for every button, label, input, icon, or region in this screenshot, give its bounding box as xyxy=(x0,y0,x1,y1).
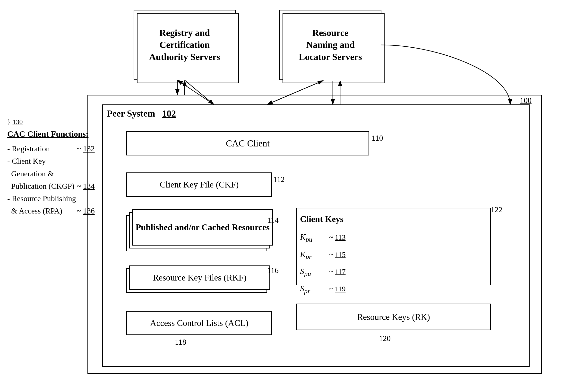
published-inner: Published and/or Cached Resources xyxy=(132,209,273,246)
client-keys-content: Client Keys Kpu ~ 113 Kpr ~ 115 Spu ~ 11… xyxy=(300,211,346,298)
ref-130-brace: } xyxy=(7,116,10,128)
key-row-kpu: Kpu ~ 113 xyxy=(300,229,346,246)
ref-102: 102 xyxy=(162,108,176,118)
cac-client-label: CAC Client xyxy=(226,138,270,149)
key-row-spr: Spr ~ 119 xyxy=(300,281,346,297)
acl-label: Access Control Lists (ACL) xyxy=(150,318,249,328)
published-label: Published and/or Cached Resources xyxy=(136,222,270,232)
ref-116: 116 xyxy=(267,266,279,275)
func-registration-ref: ~ 132 xyxy=(77,142,94,155)
cac-client-box: CAC Client xyxy=(126,131,369,155)
cac-functions: } 130 CAC Client Functions: - Registrati… xyxy=(7,116,95,217)
client-keys-title: Client Keys xyxy=(300,211,346,227)
func-ckgp-ref: ~ 134 xyxy=(77,180,94,192)
key-row-spu: Spu ~ 117 xyxy=(300,264,346,280)
resource-naming-box: ResourceNaming andLocator Servers xyxy=(279,10,381,80)
ref-130-label: 130 xyxy=(12,116,23,128)
ref-122: 122 xyxy=(491,205,502,214)
rkf-label: Resource Key Files (RKF) xyxy=(153,273,247,283)
func-rpa-1: - Resource Publishing xyxy=(7,192,95,205)
ckf-label: Client Key File (CKF) xyxy=(160,179,239,190)
func-ckgp-2: Generation & xyxy=(7,168,95,180)
peer-system-label: Peer System 102 xyxy=(107,108,176,119)
resource-keys-label: Resource Keys (RK) xyxy=(357,312,430,322)
func-rpa-2: & Access (RPA) xyxy=(7,205,62,217)
ref-100: 100 xyxy=(520,96,532,105)
ref-112: 112 xyxy=(273,175,285,184)
func-ckgp-3: Publication (CKGP) xyxy=(7,180,74,192)
resource-naming-label: ResourceNaming andLocator Servers xyxy=(299,27,362,63)
func-ckgp-1: - Client Key xyxy=(7,155,95,167)
func-rpa-ref: ~ 136 xyxy=(77,205,94,217)
cac-functions-title: CAC Client Functions: xyxy=(7,128,95,141)
ref-118: 118 xyxy=(175,337,186,347)
resource-keys-box: Resource Keys (RK) xyxy=(296,304,491,330)
key-row-kpr: Kpr ~ 115 xyxy=(300,247,346,263)
ref-120: 120 xyxy=(379,334,391,343)
registry-label: Registry andCertificationAuthority Serve… xyxy=(149,27,220,63)
func-registration: - Registration xyxy=(7,142,50,155)
registry-box: Registry andCertificationAuthority Serve… xyxy=(134,10,236,80)
ckf-box: Client Key File (CKF) xyxy=(126,172,272,197)
ref-110: 110 xyxy=(372,134,383,142)
ref-114: 114 xyxy=(267,216,279,225)
diagram-container: 100 Registry andCertificationAuthority S… xyxy=(0,0,576,392)
rkf-inner: Resource Key Files (RKF) xyxy=(129,265,270,290)
acl-box: Access Control Lists (ACL) xyxy=(126,311,272,335)
